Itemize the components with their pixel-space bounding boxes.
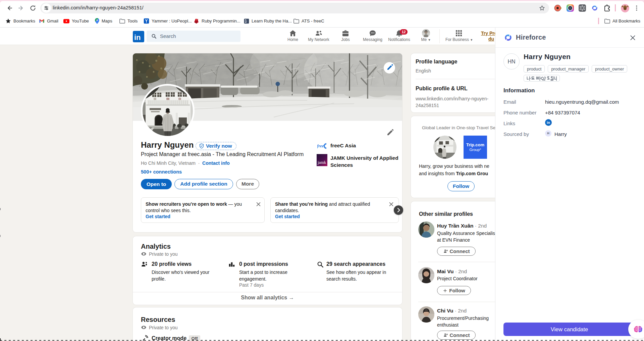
svg-text:in: in xyxy=(134,33,141,42)
svg-text:free: free xyxy=(317,144,324,148)
